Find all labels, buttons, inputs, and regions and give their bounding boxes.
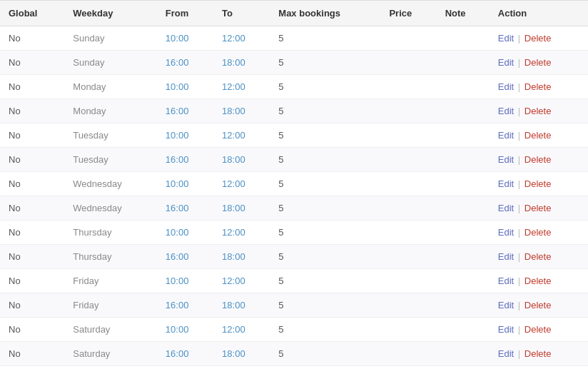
cell-weekday: Thursday bbox=[64, 221, 157, 245]
cell-action: Edit | Delete bbox=[490, 75, 588, 99]
cell-weekday: Sunday bbox=[64, 51, 157, 75]
cell-max-bookings: 5 bbox=[270, 293, 380, 318]
cell-to: 12:00 bbox=[213, 75, 270, 99]
cell-global: No bbox=[0, 342, 64, 366]
cell-price bbox=[380, 75, 436, 99]
action-separator: | bbox=[515, 178, 523, 189]
delete-link[interactable]: Delete bbox=[524, 276, 552, 286]
cell-max-bookings: 5 bbox=[270, 245, 380, 269]
edit-link[interactable]: Edit bbox=[498, 130, 514, 141]
edit-link[interactable]: Edit bbox=[498, 300, 514, 310]
delete-link[interactable]: Delete bbox=[524, 81, 552, 92]
cell-action: Edit | Delete bbox=[490, 51, 588, 75]
action-separator: | bbox=[515, 33, 523, 44]
table-row: NoSaturday10:0012:005Edit | Delete bbox=[0, 318, 588, 342]
table-row: NoSunday10:0012:005Edit | Delete bbox=[0, 26, 588, 51]
table-row: NoMonday10:0012:005Edit | Delete bbox=[0, 75, 588, 99]
cell-weekday: Wednesday bbox=[64, 172, 157, 196]
edit-link[interactable]: Edit bbox=[498, 251, 514, 262]
cell-weekday: Sunday bbox=[64, 26, 157, 51]
delete-link[interactable]: Delete bbox=[524, 203, 552, 213]
cell-global: No bbox=[0, 123, 64, 148]
cell-to: 18:00 bbox=[213, 51, 270, 75]
table-row: NoFriday16:0018:005Edit | Delete bbox=[0, 293, 588, 318]
cell-max-bookings: 5 bbox=[270, 123, 380, 148]
action-separator: | bbox=[515, 276, 523, 286]
cell-price bbox=[380, 245, 436, 269]
table-row: NoThursday16:0018:005Edit | Delete bbox=[0, 245, 588, 269]
cell-price bbox=[380, 148, 436, 172]
schedule-table: Global Weekday From To Max bookings Pric… bbox=[0, 0, 588, 366]
cell-from: 16:00 bbox=[157, 99, 213, 123]
cell-max-bookings: 5 bbox=[270, 172, 380, 196]
delete-link[interactable]: Delete bbox=[524, 154, 552, 165]
cell-max-bookings: 5 bbox=[270, 221, 380, 245]
cell-note bbox=[437, 221, 490, 245]
cell-to: 12:00 bbox=[213, 318, 270, 342]
cell-max-bookings: 5 bbox=[270, 51, 380, 75]
delete-link[interactable]: Delete bbox=[524, 300, 552, 310]
edit-link[interactable]: Edit bbox=[498, 324, 514, 335]
table-row: NoTuesday16:0018:005Edit | Delete bbox=[0, 148, 588, 172]
cell-from: 16:00 bbox=[157, 148, 213, 172]
edit-link[interactable]: Edit bbox=[498, 106, 514, 116]
edit-link[interactable]: Edit bbox=[498, 203, 514, 213]
edit-link[interactable]: Edit bbox=[498, 33, 514, 44]
cell-price bbox=[380, 293, 436, 318]
action-separator: | bbox=[515, 251, 523, 262]
delete-link[interactable]: Delete bbox=[524, 227, 552, 238]
cell-note bbox=[437, 99, 490, 123]
cell-price bbox=[380, 318, 436, 342]
edit-link[interactable]: Edit bbox=[498, 154, 514, 165]
delete-link[interactable]: Delete bbox=[524, 130, 552, 141]
cell-note bbox=[437, 245, 490, 269]
table-row: NoSaturday16:0018:005Edit | Delete bbox=[0, 342, 588, 366]
delete-link[interactable]: Delete bbox=[524, 106, 552, 116]
cell-to: 12:00 bbox=[213, 26, 270, 51]
cell-note bbox=[437, 51, 490, 75]
edit-link[interactable]: Edit bbox=[498, 276, 514, 286]
cell-price bbox=[380, 99, 436, 123]
cell-action: Edit | Delete bbox=[490, 123, 588, 148]
cell-weekday: Thursday bbox=[64, 245, 157, 269]
action-separator: | bbox=[515, 81, 523, 92]
edit-link[interactable]: Edit bbox=[498, 348, 514, 359]
cell-max-bookings: 5 bbox=[270, 196, 380, 221]
cell-price bbox=[380, 342, 436, 366]
delete-link[interactable]: Delete bbox=[524, 251, 552, 262]
action-separator: | bbox=[515, 154, 523, 165]
cell-weekday: Tuesday bbox=[64, 148, 157, 172]
table-header-row: Global Weekday From To Max bookings Pric… bbox=[0, 1, 588, 26]
edit-link[interactable]: Edit bbox=[498, 81, 514, 92]
cell-from: 10:00 bbox=[157, 269, 213, 293]
cell-action: Edit | Delete bbox=[490, 318, 588, 342]
cell-to: 18:00 bbox=[213, 99, 270, 123]
edit-link[interactable]: Edit bbox=[498, 227, 514, 238]
delete-link[interactable]: Delete bbox=[524, 324, 552, 335]
action-separator: | bbox=[515, 57, 523, 68]
cell-global: No bbox=[0, 221, 64, 245]
cell-weekday: Wednesday bbox=[64, 196, 157, 221]
cell-action: Edit | Delete bbox=[490, 196, 588, 221]
cell-to: 18:00 bbox=[213, 148, 270, 172]
cell-note bbox=[437, 75, 490, 99]
col-header-price: Price bbox=[380, 1, 436, 26]
delete-link[interactable]: Delete bbox=[524, 57, 552, 68]
delete-link[interactable]: Delete bbox=[524, 33, 552, 44]
cell-from: 10:00 bbox=[157, 221, 213, 245]
cell-price bbox=[380, 123, 436, 148]
cell-max-bookings: 5 bbox=[270, 148, 380, 172]
cell-max-bookings: 5 bbox=[270, 269, 380, 293]
edit-link[interactable]: Edit bbox=[498, 178, 514, 189]
cell-weekday: Tuesday bbox=[64, 123, 157, 148]
delete-link[interactable]: Delete bbox=[524, 178, 552, 189]
cell-global: No bbox=[0, 75, 64, 99]
cell-max-bookings: 5 bbox=[270, 318, 380, 342]
cell-to: 12:00 bbox=[213, 221, 270, 245]
cell-to: 18:00 bbox=[213, 245, 270, 269]
table-row: NoFriday10:0012:005Edit | Delete bbox=[0, 269, 588, 293]
edit-link[interactable]: Edit bbox=[498, 57, 514, 68]
delete-link[interactable]: Delete bbox=[524, 348, 552, 359]
cell-from: 10:00 bbox=[157, 123, 213, 148]
action-separator: | bbox=[515, 324, 523, 335]
